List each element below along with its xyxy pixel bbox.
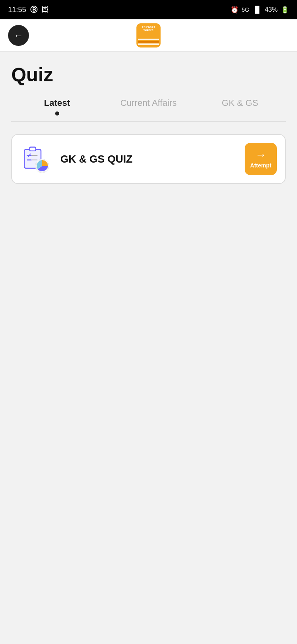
app-logo-books [138, 39, 159, 45]
attempt-button[interactable]: → Attempt [245, 143, 277, 175]
tab-current-affairs-label: Current Affairs [120, 98, 177, 108]
app-logo-text: entrancewizard [138, 25, 159, 33]
tab-gk-gs-label: GK & GS [222, 98, 258, 108]
app-logo: entrancewizard [136, 23, 161, 47]
tab-latest-label: Latest [44, 98, 70, 108]
quiz-icon-wrapper [20, 143, 52, 175]
network-type: 5G [242, 6, 250, 13]
tab-current-affairs[interactable]: Current Affairs [103, 98, 194, 114]
tab-latest-indicator [55, 111, 59, 116]
back-button[interactable]: ← [8, 25, 29, 46]
app-bar: ← entrancewizard [0, 19, 297, 52]
tab-latest[interactable]: Latest [11, 98, 103, 121]
battery-icon: 🔋 [281, 6, 289, 14]
tabs-bar: Latest Current Affairs GK & GS [11, 98, 286, 122]
svg-rect-1 [29, 147, 35, 151]
tab-gk-gs[interactable]: GK & GS [194, 98, 286, 114]
quiz-card: GK & GS QUIZ → Attempt [11, 134, 286, 184]
quiz-card-title: GK & GS QUIZ [60, 153, 237, 165]
attempt-label: Attempt [250, 162, 272, 169]
image-icon: 🖼 [41, 6, 49, 14]
alarm-icon: ⏰ [231, 6, 239, 14]
status-time: 11:55 [8, 6, 26, 14]
page-content: Quiz Latest Current Affairs GK & GS [0, 52, 297, 184]
back-arrow-icon: ← [14, 31, 23, 40]
page-title: Quiz [11, 64, 286, 86]
quiz-icon [21, 144, 52, 174]
status-bar: 11:55 Ⓑ 🖼 ⏰ 5G ▐▌ 43% 🔋 [0, 0, 297, 19]
status-right: ⏰ 5G ▐▌ 43% 🔋 [231, 6, 289, 14]
status-left: 11:55 Ⓑ 🖼 [8, 5, 49, 14]
attempt-arrow-icon: → [255, 149, 266, 161]
battery-percent: 43% [265, 6, 278, 13]
signal-icon: ▐▌ [252, 6, 262, 13]
b-icon: Ⓑ [30, 5, 37, 14]
